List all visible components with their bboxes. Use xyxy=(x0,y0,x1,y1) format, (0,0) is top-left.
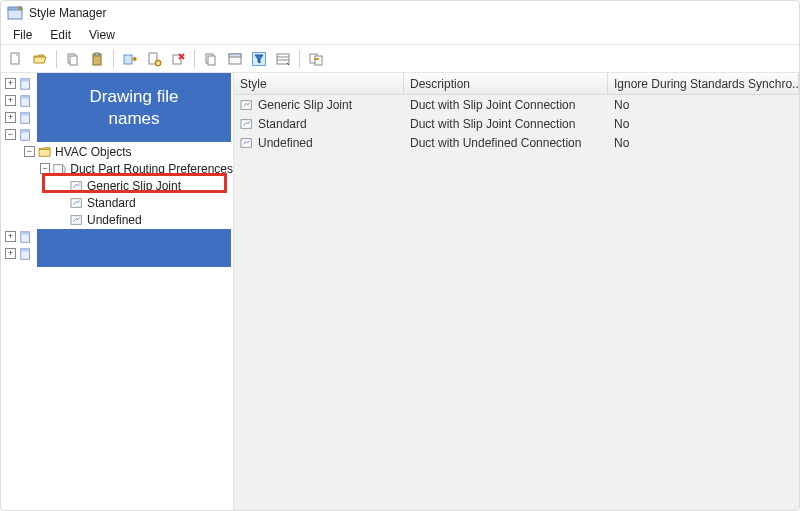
tree-leaf-generic-slip-joint[interactable]: Generic Slip Joint xyxy=(1,177,233,194)
tree-expander-icon[interactable]: + xyxy=(5,231,16,242)
svg-rect-17 xyxy=(277,54,289,64)
style-icon xyxy=(240,99,254,111)
tree-leaf-label: Generic Slip Joint xyxy=(87,179,181,193)
drawing-file-icon xyxy=(19,111,33,125)
cell-description: Duct with Undefined Connection xyxy=(410,136,581,150)
style-icon xyxy=(70,214,84,226)
filter-button[interactable] xyxy=(248,48,270,70)
column-header-description[interactable]: Description xyxy=(404,73,608,95)
new-button[interactable] xyxy=(5,48,27,70)
svg-rect-27 xyxy=(21,112,30,115)
table-row[interactable]: Standard Duct with Slip Joint Connection… xyxy=(234,114,799,133)
style-icon xyxy=(240,118,254,130)
titlebar: Style Manager xyxy=(1,1,799,25)
toolbar-sep-4 xyxy=(299,50,300,68)
open-button[interactable] xyxy=(29,48,51,70)
views-button[interactable] xyxy=(224,48,246,70)
svg-rect-6 xyxy=(95,53,99,56)
toolbar-sep-2 xyxy=(113,50,114,68)
details-panel: Style Description Ignore During Standard… xyxy=(234,73,799,510)
tree-expander-icon[interactable]: + xyxy=(5,78,16,89)
svg-rect-29 xyxy=(21,129,30,132)
style-icon xyxy=(70,197,84,209)
annotation-drawing-files: Drawing file names xyxy=(37,73,231,142)
table-row[interactable]: Generic Slip Joint Duct with Slip Joint … xyxy=(234,95,799,114)
tree-leaf-label: Undefined xyxy=(87,213,142,227)
body-split: + + + − − HVAC Objects xyxy=(1,73,799,510)
svg-rect-31 xyxy=(71,181,81,190)
svg-rect-32 xyxy=(71,198,81,207)
svg-rect-35 xyxy=(21,231,30,234)
cell-ignore: No xyxy=(614,98,629,112)
tree-leaf-standard[interactable]: Standard xyxy=(1,194,233,211)
svg-rect-2 xyxy=(11,53,19,64)
menu-edit[interactable]: Edit xyxy=(42,26,79,44)
purge-button[interactable] xyxy=(167,48,189,70)
svg-rect-15 xyxy=(229,54,241,57)
drawing-file-icon xyxy=(19,77,33,91)
svg-rect-25 xyxy=(21,95,30,98)
tree-expander-icon[interactable]: − xyxy=(40,163,51,174)
cell-style: Undefined xyxy=(258,136,313,150)
drawing-file-icon xyxy=(19,230,33,244)
tree-node-duct-preferences[interactable]: − Duct Part Routing Preferences xyxy=(1,160,233,177)
toolbar-sep-3 xyxy=(194,50,195,68)
new-style-button[interactable]: ★ xyxy=(143,48,165,70)
cell-description: Duct with Slip Joint Connection xyxy=(410,117,575,131)
drawing-file-icon xyxy=(19,128,33,142)
toolbar: ★ xyxy=(1,45,799,73)
details-view-button[interactable] xyxy=(272,48,294,70)
svg-rect-4 xyxy=(70,56,77,65)
tree-panel: + + + − − HVAC Objects xyxy=(1,73,234,510)
tree-leaf-undefined[interactable]: Undefined xyxy=(1,211,233,228)
cell-ignore: No xyxy=(614,136,629,150)
menu-file[interactable]: File xyxy=(5,26,40,44)
annotation-drawing-files-lower xyxy=(37,229,231,267)
style-manager-window: Style Manager File Edit View ★ xyxy=(0,0,800,511)
cell-description: Duct with Slip Joint Connection xyxy=(410,98,575,112)
column-header-style[interactable]: Style xyxy=(234,73,404,95)
style-icon xyxy=(240,137,254,149)
svg-rect-21 xyxy=(315,56,322,65)
paste-button[interactable] xyxy=(86,48,108,70)
toolbar-sep-1 xyxy=(56,50,57,68)
tree-expander-icon[interactable]: − xyxy=(5,129,16,140)
layers-button[interactable] xyxy=(200,48,222,70)
svg-rect-39 xyxy=(241,119,251,128)
window-title: Style Manager xyxy=(29,6,106,20)
tree-expander-icon[interactable]: + xyxy=(5,112,16,123)
svg-rect-7 xyxy=(124,55,132,64)
svg-rect-37 xyxy=(21,248,30,251)
svg-rect-33 xyxy=(71,215,81,224)
grid-header: Style Description Ignore During Standard… xyxy=(234,73,799,95)
menubar: File Edit View xyxy=(1,25,799,45)
menu-view[interactable]: View xyxy=(81,26,123,44)
svg-rect-23 xyxy=(21,78,30,81)
tree-expander-icon[interactable]: + xyxy=(5,95,16,106)
tree-leaf-label: Standard xyxy=(87,196,136,210)
svg-rect-30 xyxy=(54,164,63,173)
copy-button[interactable] xyxy=(62,48,84,70)
column-header-ignore[interactable]: Ignore During Standards Synchro... xyxy=(608,73,799,95)
style-icon xyxy=(70,180,84,192)
drawing-file-icon xyxy=(19,247,33,261)
style-category-icon xyxy=(53,163,67,175)
app-icon xyxy=(7,5,23,21)
apply-button[interactable] xyxy=(305,48,327,70)
tree-expander-icon[interactable]: + xyxy=(5,248,16,259)
annotation-text: Drawing file names xyxy=(90,86,179,129)
svg-rect-40 xyxy=(241,138,251,147)
tree-node-hvac-objects[interactable]: − HVAC Objects xyxy=(1,143,233,160)
drawing-file-icon xyxy=(19,94,33,108)
folder-icon xyxy=(38,146,52,158)
svg-rect-13 xyxy=(208,56,215,65)
cell-ignore: No xyxy=(614,117,629,131)
table-row[interactable]: Undefined Duct with Undefined Connection… xyxy=(234,133,799,152)
export-style-button[interactable] xyxy=(119,48,141,70)
cell-style: Standard xyxy=(258,117,307,131)
cell-style: Generic Slip Joint xyxy=(258,98,352,112)
svg-rect-38 xyxy=(241,100,251,109)
tree-expander-icon[interactable]: − xyxy=(24,146,35,157)
tree-node-label: Duct Part Routing Preferences xyxy=(70,162,233,176)
grid-rows: Generic Slip Joint Duct with Slip Joint … xyxy=(234,95,799,510)
